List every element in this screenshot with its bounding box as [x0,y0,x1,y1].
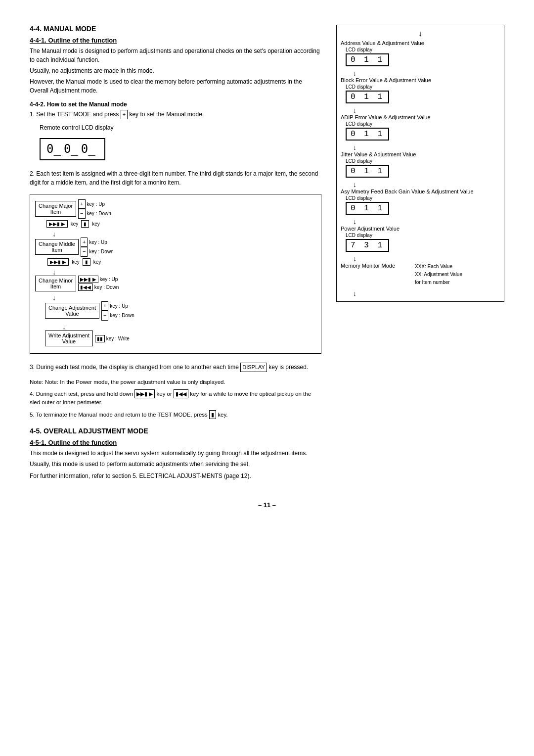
para-overall-1: This mode is designed to adjust the serv… [30,449,321,458]
rd-sublabel-block: LCD display [346,84,372,90]
lcd-display-main: 0̲0̲0̲ [40,138,105,160]
adj-keys: + key : Up − key : Down [101,301,134,321]
rd-label-address: Address Value & Adjustment Value [341,40,424,46]
middle-minus-key: − [81,247,88,257]
rd-item-jitter: Jitter Value & Adjustment Value LCD disp… [341,151,500,178]
rd-label-asy: Asy Mmetry Feed Back Gain Value & Adjust… [341,189,474,194]
arrow-4: ↓ [62,324,316,331]
middle-nav-keys: ▶▶▮ ▶ key ▮ key [47,258,101,266]
step3-text: 3. During each test mode, the display is… [30,363,321,372]
section-4-4-title: 4-4. MANUAL MODE [30,25,321,33]
arrow-1: ↓ [52,231,316,237]
change-minor-box: Change MinorItem [35,276,76,291]
rd-arrow-7: ↓ [353,289,500,297]
adj-value-row: Change AdjustmentValue + key : Up − key … [45,301,316,321]
section-4-4: 4-4. MANUAL MODE 4-4-1. Outline of the f… [30,25,321,95]
major-minus-key: − [78,209,85,219]
write-keys: ▮▮ key : Write [95,336,130,341]
rd-lcd-asy: 0 1 1 [346,202,389,215]
rd-label-adip: ADIP Error Value & Adjustment Value [341,114,431,120]
page-number: – 11 – [258,501,276,509]
middle-box-row: Change MiddleItem + key : Up − key : Dow… [35,237,114,257]
page-container: 4-4. MANUAL MODE 4-4-1. Outline of the f… [30,20,504,486]
left-column: 4-4. MANUAL MODE 4-4-1. Outline of the f… [30,20,321,486]
rd-item-memory: Memory Monitor Mode XXX: Each Value XX: … [341,263,500,286]
minor-box-row: Change MinorItem ▶▶▮ ▶ key : Up ▮◀◀ key … [35,276,119,291]
lcd-chars: 0̲0̲0̲ [46,143,98,156]
rd-item-adip: ADIP Error Value & Adjustment Value LCD … [341,114,500,141]
middle-item-row: Change MiddleItem + key : Up − key : Dow… [35,237,316,266]
top-arrow: ↓ [341,29,500,38]
step5-number: 5. To terminate the Manual mode and retu… [30,412,209,418]
section-4-5-title: 4-5. OVERALL ADJUSTMENT MODE [30,427,321,435]
step4-text: 4. During each test, press and hold down… [30,389,321,407]
rd-lcd-block: 0 1 1 [346,91,389,103]
section-4-5-1-title: 4-5-1. Outline of the function [30,439,321,446]
major-keys: + key : Up − key : Down [78,199,111,219]
para-overall-3: For further information, refer to sectio… [30,472,321,480]
rd-lcd-adip: 0 1 1 [346,128,389,141]
note-power: Note: Note: In the Power mode, the power… [30,378,321,386]
middle-stop-key: ▮ [83,258,90,266]
write-key: ▮▮ [95,335,105,342]
step5-rest: key. [218,412,227,418]
major-nav-keys: ▶▶▮ ▶ key ▮ key [46,220,100,228]
step1-number: 1. Set the TEST MODE and press [30,111,121,118]
rd-lcd-jitter: 0 1 1 [346,165,389,178]
rd-arrow-1: ↓ [353,69,500,77]
major-ff-key: ▶▶▮ ▶ [46,220,68,228]
note-text: Note: In the Power mode, the power adjus… [45,379,225,385]
step4-mid: key or [157,391,174,397]
major-stop-key: ▮ [81,220,89,228]
para-manual-3: However, the Manual mode is used to clea… [30,77,321,95]
rd-label-block: Block Error Value & Adjustment Value [341,77,431,83]
rd-label-power: Power Adjustment Value [341,226,400,232]
plus-key: + [121,110,128,119]
rd-sublabel-address: LCD display [346,47,372,52]
rd-sublabel-adip: LCD display [346,121,372,127]
arrow-2: ↓ [52,269,316,276]
major-plus-key: + [78,199,85,209]
rd-item-asy: Asy Mmetry Feed Back Gain Value & Adjust… [341,189,500,215]
major-box-row: Change MajorItem + key : Up − key : Down [35,199,111,219]
step1-rest: key to set the Manual mode. [129,111,204,118]
minor-keys: ▶▶▮ ▶ key : Up ▮◀◀ key : Down [78,276,119,291]
para-manual-2: Usually, no adjustments are made in this… [30,66,321,75]
rd-arrow-3: ↓ [353,143,500,151]
step1-text: 1. Set the TEST MODE and press + key to … [30,110,321,119]
rd-item-block: Block Error Value & Adjustment Value LCD… [341,77,500,103]
adj-minus-key: − [101,311,108,321]
step4-key2: ▮◀◀ [174,389,188,399]
step4-number: 4. During each test, press and hold down [30,391,134,397]
minor-left: Change MinorItem ▶▶▮ ▶ key : Up ▮◀◀ key … [35,276,119,291]
minor-rew-key: ▮◀◀ [78,284,93,291]
right-flow-diagram: ↓ Address Value & Adjustment Value LCD d… [336,25,504,302]
step5-text: 5. To terminate the Manual mode and retu… [30,410,321,420]
rd-label-memory: Memory Monitor Mode [341,263,410,269]
major-left: Change MajorItem + key : Up − key : Down… [35,199,111,228]
write-value-row: Write AdjustmentValue ▮▮ key : Write [45,331,316,346]
rd-arrow-2: ↓ [353,106,500,114]
para-manual-1: The Manual mode is designed to perform a… [30,47,321,64]
step2-text: 2. Each test item is assigned with a thr… [30,169,321,187]
display-key: DISPLAY [240,363,267,372]
step3-rest: key is pressed. [268,364,308,371]
rd-lcd-address: 0 1 1 [346,53,389,66]
minor-ff-key: ▶▶▮ ▶ [78,276,98,283]
step4-key1: ▶▶▮ ▶ [134,389,155,399]
page-footer: – 11 – [30,501,504,509]
step3-number: 3. During each test mode, the display is… [30,364,240,371]
right-column: ↓ Address Value & Adjustment Value LCD d… [336,20,504,486]
arrow-3: ↓ [52,294,316,301]
lcd-label-container: Remote control LCD display 0̲0̲0̲ [40,123,321,164]
rd-sublabel-jitter: LCD display [346,158,372,164]
adj-box-row: Change AdjustmentValue + key : Up − key … [45,301,134,321]
step5-key: ▮ [209,410,216,420]
middle-left: Change MiddleItem + key : Up − key : Dow… [35,237,114,266]
rd-item-address: Address Value & Adjustment Value LCD dis… [341,40,500,66]
section-4-4-2: 4-4-2. How to set the Manual mode 1. Set… [30,101,321,372]
change-major-box: Change MajorItem [35,201,76,217]
middle-keys: + key : Up − key : Down [81,237,114,257]
rd-sublabel-asy: LCD display [346,195,372,201]
rd-sublabel-power: LCD display [346,233,372,238]
